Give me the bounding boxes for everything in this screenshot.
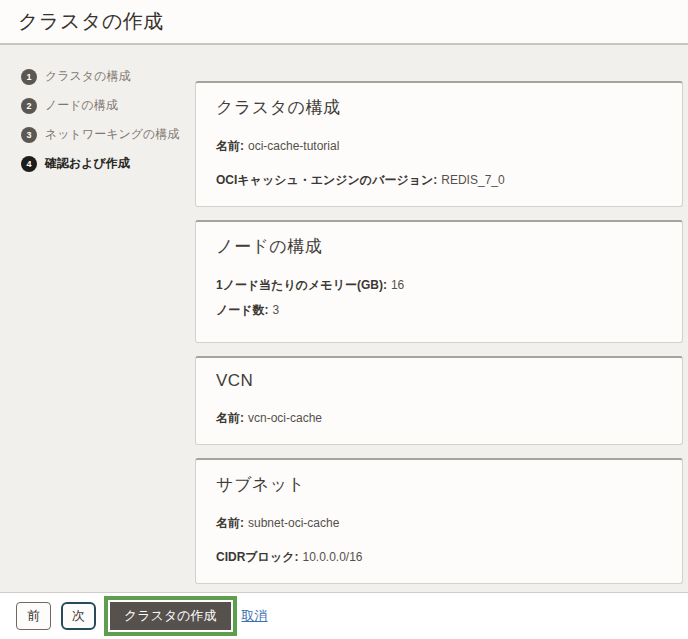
wizard-footer: 前 次 クラスタの作成 取消 <box>0 592 688 639</box>
field-memory-per-node: 1ノード当たりのメモリー(GB):16 <box>216 277 662 294</box>
field-engine-version: OCIキャッシュ・エンジンのバージョン:REDIS_7_0 <box>216 172 662 189</box>
field-engine-version-value: REDIS_7_0 <box>441 173 504 187</box>
field-cluster-name: 名前:oci-cache-tutorial <box>216 138 662 155</box>
page-title: クラスタの作成 <box>18 8 164 35</box>
tutorial-highlight-box: クラスタの作成 <box>104 596 237 636</box>
field-cluster-name-value: oci-cache-tutorial <box>248 139 339 153</box>
review-panels: クラスタの構成 名前:oci-cache-tutorial OCIキャッシュ・エ… <box>195 45 688 592</box>
field-node-count-label: ノード数: <box>216 303 269 317</box>
step-3-label: ネットワーキングの構成 <box>45 126 179 143</box>
step-4-number-badge: 4 <box>21 156 37 172</box>
panel-node-config: ノードの構成 1ノード当たりのメモリー(GB):16 ノード数:3 <box>195 220 683 343</box>
wizard-step-cluster-config[interactable]: 1 クラスタの構成 <box>21 68 195 85</box>
step-2-number-badge: 2 <box>21 98 37 114</box>
field-memory-per-node-value: 16 <box>391 278 404 292</box>
cancel-link[interactable]: 取消 <box>242 607 268 625</box>
field-cidr-block-label: CIDRブロック: <box>216 550 298 564</box>
step-1-label: クラスタの構成 <box>45 68 130 85</box>
panel-node-config-title: ノードの構成 <box>216 235 662 258</box>
field-cidr-block-value: 10.0.0.0/16 <box>302 550 362 564</box>
panel-vcn: VCN 名前:vcn-oci-cache <box>195 356 683 445</box>
step-3-number-badge: 3 <box>21 127 37 143</box>
wizard-body: 1 クラスタの構成 2 ノードの構成 3 ネットワーキングの構成 4 確認および… <box>0 45 688 592</box>
wizard-step-review-create[interactable]: 4 確認および作成 <box>21 155 195 172</box>
field-subnet-name-label: 名前: <box>216 516 244 530</box>
field-memory-per-node-label: 1ノード当たりのメモリー(GB): <box>216 278 387 292</box>
panel-subnet: サブネット 名前:subnet-oci-cache CIDRブロック:10.0.… <box>195 458 683 584</box>
field-subnet-name-value: subnet-oci-cache <box>248 516 339 530</box>
wizard-step-networking-config[interactable]: 3 ネットワーキングの構成 <box>21 126 195 143</box>
field-vcn-name-value: vcn-oci-cache <box>248 411 322 425</box>
create-cluster-button[interactable]: クラスタの作成 <box>110 602 231 630</box>
field-cidr-block: CIDRブロック:10.0.0.0/16 <box>216 549 662 566</box>
wizard-steps-sidebar: 1 クラスタの構成 2 ノードの構成 3 ネットワーキングの構成 4 確認および… <box>0 45 195 592</box>
field-vcn-name: 名前:vcn-oci-cache <box>216 410 662 427</box>
step-2-label: ノードの構成 <box>45 97 118 114</box>
step-1-number-badge: 1 <box>21 69 37 85</box>
wizard-step-node-config[interactable]: 2 ノードの構成 <box>21 97 195 114</box>
page-header: クラスタの作成 <box>0 0 688 45</box>
field-engine-version-label: OCIキャッシュ・エンジンのバージョン: <box>216 173 437 187</box>
next-button[interactable]: 次 <box>61 602 96 630</box>
field-cluster-name-label: 名前: <box>216 139 244 153</box>
previous-button[interactable]: 前 <box>16 602 51 630</box>
field-vcn-name-label: 名前: <box>216 411 244 425</box>
step-4-label: 確認および作成 <box>45 155 130 172</box>
panel-cluster-config-title: クラスタの構成 <box>216 96 662 119</box>
panel-vcn-title: VCN <box>216 371 662 391</box>
field-subnet-name: 名前:subnet-oci-cache <box>216 515 662 532</box>
panel-subnet-title: サブネット <box>216 473 662 496</box>
panel-cluster-config: クラスタの構成 名前:oci-cache-tutorial OCIキャッシュ・エ… <box>195 81 683 207</box>
field-node-count: ノード数:3 <box>216 302 662 319</box>
field-node-count-value: 3 <box>273 303 280 317</box>
